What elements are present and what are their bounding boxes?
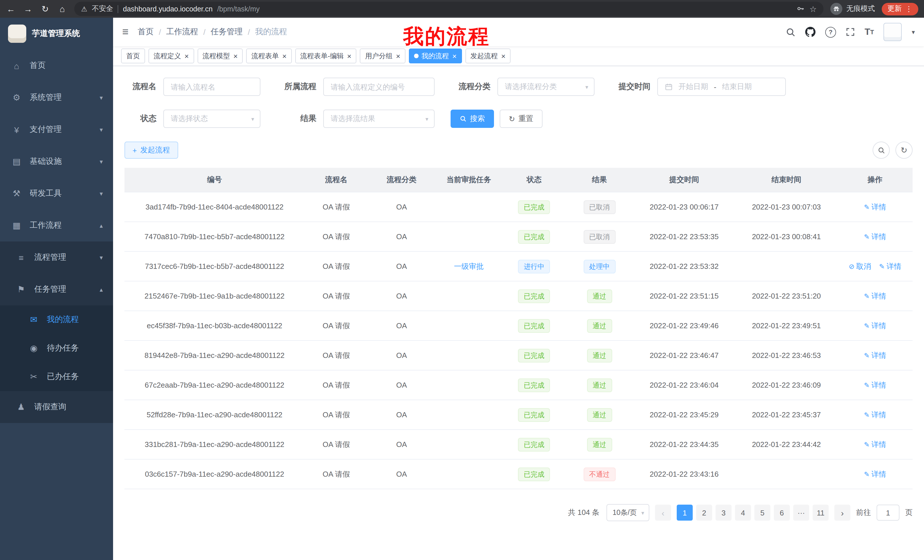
- sidebar-item-my-process[interactable]: ✉我的流程: [0, 305, 113, 334]
- page-button-5[interactable]: 5: [754, 505, 770, 521]
- page-size-select[interactable]: 10条/页 ▾: [606, 504, 650, 521]
- pager-more-button[interactable]: ···: [793, 505, 809, 521]
- sidebar-item-home[interactable]: ⌂首页: [0, 49, 113, 82]
- breadcrumb-item[interactable]: 我的流程: [255, 27, 287, 37]
- breadcrumb-item[interactable]: 任务管理: [211, 27, 243, 37]
- close-icon[interactable]: ×: [282, 52, 286, 60]
- sidebar-item-payment[interactable]: ¥支付管理▾: [0, 114, 113, 145]
- close-icon[interactable]: ×: [184, 52, 189, 60]
- detail-link[interactable]: ✎详情: [864, 469, 886, 479]
- submit-time-range-picker[interactable]: 开始日期 - 结束日期: [657, 78, 786, 96]
- sidebar-item-leave-query[interactable]: ♟请假查询: [0, 391, 113, 423]
- detail-link[interactable]: ✎详情: [864, 380, 886, 390]
- action-label: 详情: [872, 320, 886, 331]
- help-icon[interactable]: ?: [825, 27, 836, 37]
- divider: [118, 5, 118, 13]
- detail-link[interactable]: ✎详情: [864, 291, 886, 301]
- start-process-button[interactable]: + 发起流程: [124, 142, 178, 159]
- page-button-2[interactable]: 2: [696, 505, 712, 521]
- page-button-11[interactable]: 11: [813, 505, 829, 521]
- close-icon[interactable]: ×: [347, 52, 351, 60]
- search-button[interactable]: 搜索: [451, 109, 494, 128]
- close-icon[interactable]: ×: [396, 52, 400, 60]
- breadcrumb-item[interactable]: 首页: [138, 27, 154, 37]
- bookmark-star-icon[interactable]: ☆: [810, 4, 817, 13]
- tab-5[interactable]: 用户分组×: [360, 48, 405, 63]
- detail-link[interactable]: ✎详情: [879, 261, 902, 271]
- font-size-icon[interactable]: TT: [865, 27, 874, 37]
- table-row: 2152467e-7b9b-11ec-9a1b-acde48001122OA 请…: [124, 281, 913, 311]
- browser-back-button[interactable]: ←: [6, 4, 16, 13]
- reset-button[interactable]: ↻ 重置: [500, 109, 543, 128]
- password-key-icon[interactable]: [797, 4, 805, 13]
- refresh-table-button[interactable]: ↻: [896, 142, 913, 159]
- address-bar[interactable]: ⚠ 不安全 dashboard.yudao.iocoder.cn/bpm/tas…: [74, 2, 824, 16]
- page-button-3[interactable]: 3: [716, 505, 732, 521]
- page-button-1[interactable]: 1: [677, 505, 693, 521]
- browser-home-button[interactable]: ⌂: [57, 4, 68, 13]
- user-avatar[interactable]: [884, 23, 902, 41]
- sidebar-item-process-management[interactable]: ≡流程管理▾: [0, 241, 113, 273]
- end-time: 2022-01-22 23:45:37: [735, 400, 837, 430]
- next-page-button[interactable]: ›: [834, 505, 850, 521]
- hamburger-icon[interactable]: ≡: [122, 26, 129, 38]
- sidebar-item-workflow[interactable]: ▦工作流程▴: [0, 210, 113, 241]
- fullscreen-icon[interactable]: [846, 27, 855, 36]
- page-button-6[interactable]: 6: [774, 505, 790, 521]
- cancel-link[interactable]: ⊘取消: [849, 261, 871, 271]
- tab-3[interactable]: 流程表单×: [246, 48, 291, 63]
- action-label: 详情: [872, 232, 886, 242]
- github-icon[interactable]: [805, 27, 816, 37]
- process-id: ec45f38f-7b9a-11ec-b03b-acde48001122: [124, 311, 304, 340]
- close-icon[interactable]: ×: [233, 52, 238, 60]
- sidebar-item-infrastructure[interactable]: ▤基础设施▾: [0, 145, 113, 178]
- table-row: 819442e8-7b9a-11ec-a290-acde48001122OA 请…: [124, 340, 913, 370]
- status-badge: 已完成: [518, 437, 550, 451]
- tab-7[interactable]: 发起流程×: [465, 48, 510, 63]
- parent-process-input[interactable]: [323, 78, 435, 96]
- detail-link[interactable]: ✎详情: [864, 350, 886, 361]
- close-icon[interactable]: ×: [452, 52, 457, 60]
- category-select[interactable]: 请选择流程分类 ▾: [497, 78, 594, 96]
- detail-link[interactable]: ✎详情: [864, 202, 886, 212]
- chevron-down-icon: ▾: [585, 84, 588, 90]
- status-select[interactable]: 请选择状态 ▾: [164, 109, 260, 128]
- detail-link[interactable]: ✎详情: [864, 410, 886, 420]
- sidebar-item-done-task[interactable]: ✂已办任务: [0, 362, 113, 391]
- result-badge: 通过: [587, 349, 612, 362]
- browser-refresh-button[interactable]: ↻: [40, 4, 50, 13]
- result-select[interactable]: 请选择流结果 ▾: [323, 109, 435, 128]
- app-logo[interactable]: 芋道管理系统: [0, 18, 113, 49]
- tab-6[interactable]: 我的流程×: [409, 48, 462, 63]
- process-name-input[interactable]: [164, 78, 260, 96]
- browser-forward-button[interactable]: →: [23, 4, 33, 13]
- tab-0[interactable]: 首页: [121, 48, 145, 63]
- prev-page-button[interactable]: ‹: [655, 505, 671, 521]
- result-cell: 通过: [566, 430, 633, 459]
- sidebar-item-system[interactable]: ⚙系统管理▾: [0, 82, 113, 114]
- breadcrumb-item[interactable]: 工作流程: [166, 27, 198, 37]
- detail-link[interactable]: ✎详情: [864, 232, 886, 242]
- current-task-link[interactable]: 一级审批: [454, 262, 484, 270]
- sidebar-item-todo-task[interactable]: ◉待办任务: [0, 334, 113, 362]
- search-icon[interactable]: [786, 27, 795, 37]
- sidebar-item-task-management[interactable]: ⚑任务管理▴: [0, 273, 113, 305]
- sidebar-item-devtools[interactable]: ⚒研发工具▾: [0, 178, 113, 210]
- update-button[interactable]: 更新 ⋮: [882, 3, 918, 15]
- chevron-down-icon[interactable]: ▾: [912, 28, 915, 36]
- end-date-placeholder: 结束日期: [722, 82, 752, 92]
- detail-link[interactable]: ✎详情: [864, 320, 886, 331]
- tab-1[interactable]: 流程定义×: [148, 48, 194, 63]
- detail-link[interactable]: ✎详情: [864, 439, 886, 449]
- process-id: 7317cec6-7b9b-11ec-b5b7-acde48001122: [124, 252, 304, 281]
- close-icon[interactable]: ×: [501, 52, 506, 60]
- page-button-4[interactable]: 4: [735, 505, 751, 521]
- tab-4[interactable]: 流程表单-编辑×: [295, 48, 357, 63]
- process-category: OA: [368, 311, 435, 340]
- warning-icon: ⚠: [81, 5, 87, 13]
- goto-page-input[interactable]: [877, 505, 900, 521]
- search-toggle-button[interactable]: [873, 142, 890, 159]
- browser-menu-icon[interactable]: ⋮: [905, 4, 913, 13]
- tab-2[interactable]: 流程模型×: [197, 48, 243, 63]
- filter-form: 流程名 所属流程 流程分类 请选择流程分类 ▾: [124, 78, 913, 128]
